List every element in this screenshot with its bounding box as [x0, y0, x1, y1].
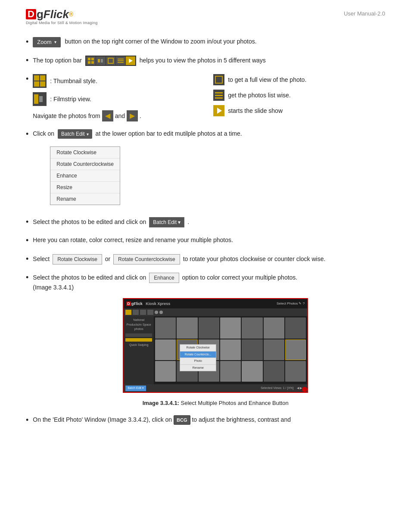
slideshow-item: starts the slide show [213, 105, 385, 116]
next-arrow-icon: ▶ [127, 110, 138, 121]
navigate-period: . [140, 112, 141, 121]
svg-rect-6 [108, 58, 113, 63]
menu-item-resize[interactable]: Resize [50, 182, 120, 193]
ss-photo-20 [264, 361, 284, 382]
ss-sidebar-title: National Products/m Space photos [125, 318, 152, 332]
ss-photo-4 [220, 317, 241, 338]
bullet-zoom: Zoom ▾ button on the top right corner of… [26, 37, 385, 48]
bullet-option-bar: The top option bar [26, 56, 385, 66]
svg-rect-8 [118, 60, 124, 61]
svg-rect-7 [118, 59, 124, 59]
svg-rect-1 [91, 58, 94, 60]
batch-dropdown-container: Rotate Clockwise Rotate Counterclockwise… [33, 142, 385, 209]
views-right-col: to get a full view of the photo. get the… [213, 74, 385, 121]
menu-item-rotate-cw[interactable]: Rotate Clockwise [50, 147, 120, 159]
menu-item-rotate-ccw[interactable]: Rotate Counterclockwise [50, 159, 120, 170]
ss-photo-8 [155, 339, 176, 360]
bullet-rotate-info-content: Here you can rotate, color correct, resi… [33, 236, 385, 245]
ss-tb-btn2 [133, 310, 139, 315]
full-view-label: to get a full view of the photo. [228, 75, 306, 84]
ss-photo-12 [242, 339, 262, 360]
bullet-views-content: : Thumbnail style. : Filmstrip view. [33, 74, 385, 121]
enhance-btn[interactable]: Enhance [149, 273, 179, 283]
bullet-rotate-select-content: Select Rotate Clockwise or Rotate Counte… [33, 254, 385, 264]
screenshot-wrapper: DgFlick Kiosk Xpress Select Photos ✎ ? [46, 298, 385, 395]
bcg-button[interactable]: BCG [174, 415, 190, 425]
svg-marker-10 [129, 59, 133, 63]
zoom-button[interactable]: Zoom ▾ [33, 37, 60, 47]
batch-edit-suffix: at the lower option bar to edit mutilple… [96, 130, 242, 137]
slideshow-icon [213, 105, 224, 116]
ss-ctx-rotate-ccw: Rotate Counterclo... [180, 352, 216, 358]
page-header: D g Flick ® Digital Media for Still & Mo… [26, 9, 385, 25]
bcg-pre: On the 'Edit Photo' Window (Image 3.3.4.… [33, 416, 174, 423]
tb-list-icon [116, 56, 125, 65]
svg-rect-4 [98, 59, 100, 62]
bullet-select-edit: Select the photos to be edited and click… [26, 217, 385, 228]
bullet-batch-edit: Click on Batch Edit ▾ at the lower optio… [26, 129, 385, 209]
bullet-rotate-info: Here you can rotate, color correct, resi… [26, 236, 385, 246]
ss-logo: DgFlick Kiosk Xpress [126, 301, 170, 307]
ss-sidebar-item-active [125, 338, 152, 342]
ss-photo-19 [242, 361, 262, 382]
navigate-and: and [115, 112, 125, 121]
ss-photo-2 [177, 317, 197, 338]
ss-sidebar-item1 [125, 333, 152, 337]
bullet-enhance-select: Select the photos to be edited and click… [26, 273, 385, 408]
ss-photo-11 [220, 339, 241, 360]
slideshow-label: starts the slide show [228, 106, 283, 115]
manual-title: User Manual-2.0 [344, 10, 385, 17]
rotate-info-text: Here you can rotate, color correct, resi… [33, 236, 233, 243]
ss-photo-18 [220, 361, 241, 382]
ss-ctx-rename: Rename [180, 365, 216, 371]
ss-photo-6 [264, 317, 284, 338]
views-left-col: : Thumbnail style. : Filmstrip view. [33, 74, 205, 121]
rotate-cw-btn[interactable]: Rotate Clockwise [53, 254, 102, 264]
screenshot-image: DgFlick Kiosk Xpress Select Photos ✎ ? [123, 298, 308, 393]
batch-edit-prefix: Click on [33, 130, 56, 137]
ss-body: National Products/m Space photos Quick S… [124, 316, 307, 384]
logo-g-letter: g [37, 9, 44, 20]
rotate-select-post: to rotate your photos clockwise or count… [183, 255, 326, 262]
select-batch-btn[interactable]: Batch Edit ▾ [149, 217, 184, 227]
batch-dropdown-menu: Rotate Clockwise Rotate Counterclockwise… [50, 146, 120, 205]
batch-edit-arrow-icon: ▾ [87, 131, 89, 137]
rotate-ccw-btn[interactable]: Rotate Counterclockwise [113, 254, 180, 264]
navigate-item: Navigate the photos from ◀ and ▶ . [33, 110, 205, 121]
prev-arrow-icon: ◀ [102, 110, 113, 121]
navigate-text: Navigate the photos from [33, 112, 100, 121]
batch-edit-label: Batch Edit [61, 130, 85, 138]
tb-play-icon [126, 56, 135, 65]
bullet-enhance-content: Select the photos to be edited and click… [33, 273, 385, 408]
filmstrip-view-item: : Filmstrip view. [33, 92, 205, 106]
option-bar-prefix: The top option bar [33, 57, 84, 64]
list-view-item: get the photos list wise. [213, 90, 385, 101]
zoom-arrow-icon: ▾ [54, 39, 56, 45]
bullet-bcg-content: On the 'Edit Photo' Window (Image 3.3.4.… [33, 415, 385, 425]
svg-rect-9 [118, 62, 124, 63]
tb-thumb-icon [86, 56, 96, 65]
select-edit-suffix: . [187, 218, 189, 225]
menu-item-rename[interactable]: Rename [50, 193, 120, 205]
bullet-batch-edit-content: Click on Batch Edit ▾ at the lower optio… [33, 129, 385, 209]
ss-photo-grid [155, 317, 306, 382]
enhance-pre: Select the photos to be edited and click… [33, 274, 148, 281]
ss-tb-btn5 [155, 311, 158, 314]
svg-rect-3 [91, 61, 94, 64]
ss-toolbar [124, 308, 307, 316]
ss-tb-btn3 [140, 310, 146, 315]
ss-photo-7 [285, 317, 306, 338]
list-view-label: get the photos list wise. [228, 91, 291, 100]
enhance-post: option to color correct your multiple ph… [182, 274, 298, 281]
menu-item-enhance[interactable]: Enhance [50, 170, 120, 182]
ss-logo-d: D [126, 302, 131, 306]
batch-edit-button[interactable]: Batch Edit ▾ [58, 129, 92, 139]
logo-registered: ® [69, 11, 73, 17]
tb-single-icon [106, 56, 115, 65]
ss-tb-btn1 [125, 310, 131, 315]
option-bar-description: helps you to view the photos in 5 differ… [140, 57, 266, 64]
ss-photo-14 [285, 339, 306, 360]
select-edit-text: Select the photos to be edited and click… [33, 218, 148, 225]
rotate-select-or: or [105, 255, 112, 262]
svg-rect-2 [88, 61, 90, 64]
